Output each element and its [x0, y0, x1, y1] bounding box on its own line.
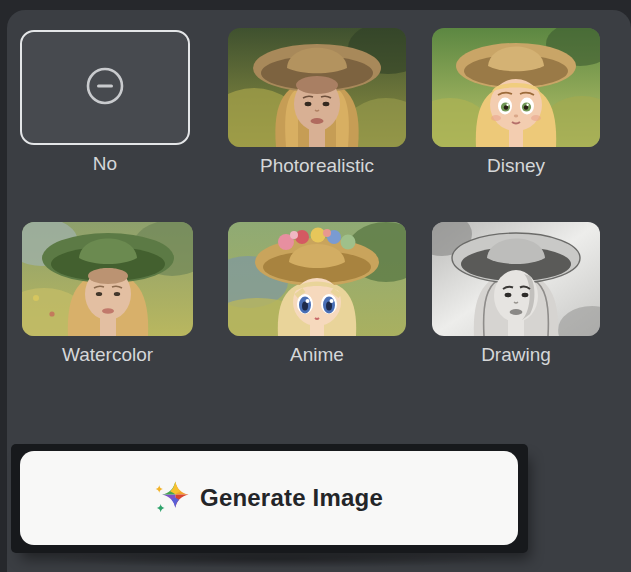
style-option-label: Photorealistic [260, 155, 374, 177]
style-option-label: Watercolor [62, 344, 153, 366]
style-option-photorealistic[interactable]: Photorealistic [228, 28, 406, 177]
no-style-tile[interactable] [20, 30, 190, 145]
style-option-label: Drawing [481, 344, 551, 366]
style-option-watercolor[interactable]: Watercolor [22, 222, 193, 366]
minus-circle-icon [82, 63, 128, 113]
generate-button-frame: Generate Image [11, 444, 528, 553]
photorealistic-portrait-thumbnail[interactable] [228, 28, 406, 147]
style-option-label: No [93, 153, 117, 175]
style-option-anime[interactable]: Anime [228, 222, 406, 366]
style-picker-screen: No [0, 0, 631, 572]
generate-button-label: Generate Image [200, 484, 383, 512]
watercolor-portrait-thumbnail[interactable] [22, 222, 193, 336]
generate-image-button[interactable]: Generate Image [20, 451, 518, 545]
style-option-label: Anime [290, 344, 344, 366]
style-option-drawing[interactable]: Drawing [432, 222, 600, 366]
style-option-disney[interactable]: Disney [432, 28, 600, 177]
style-option-label: Disney [487, 155, 545, 177]
style-option-no[interactable]: No [20, 30, 190, 175]
disney-portrait-thumbnail[interactable] [432, 28, 600, 147]
drawing-portrait-thumbnail[interactable] [432, 222, 600, 336]
anime-portrait-thumbnail[interactable] [228, 222, 406, 336]
sparkle-icon [155, 480, 189, 516]
